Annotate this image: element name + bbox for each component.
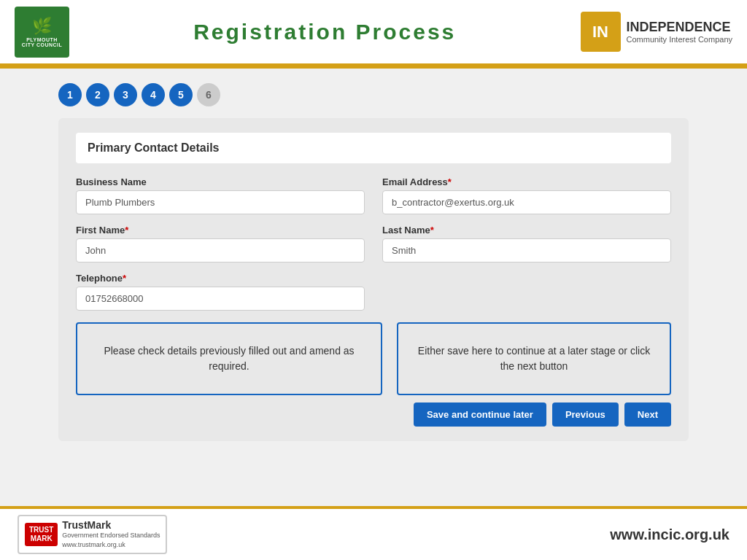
telephone-input[interactable] xyxy=(76,287,365,311)
right-info-box: Either save here to continue at a later … xyxy=(397,322,671,395)
header-right: IN INDEPENDENCE Community Interest Compa… xyxy=(581,12,733,52)
main-content: 1 2 3 4 5 6 Primary Contact Details Busi… xyxy=(0,69,747,506)
telephone-group: Telephone* xyxy=(76,273,365,311)
trustmark-title: TrustMark xyxy=(62,519,160,531)
business-name-label: Business Name xyxy=(76,176,365,187)
business-name-group: Business Name xyxy=(76,176,365,214)
last-name-input[interactable] xyxy=(382,238,671,262)
form-row-2: First Name* Last Name* xyxy=(76,225,671,262)
footer-website: www.incic.org.uk xyxy=(610,526,729,543)
form-card: Primary Contact Details Business Name Em… xyxy=(58,118,689,441)
form-row-1: Business Name Email Address* xyxy=(76,176,671,214)
first-name-label: First Name* xyxy=(76,225,365,236)
page-header: 🌿 PLYMOUTH CITY COUNCIL Registration Pro… xyxy=(0,0,747,66)
step-3[interactable]: 3 xyxy=(114,83,137,106)
telephone-spacer xyxy=(382,273,671,311)
previous-button[interactable]: Previous xyxy=(552,402,619,427)
independence-name: INDEPENDENCE xyxy=(627,20,733,35)
email-label: Email Address* xyxy=(382,176,671,187)
step-4[interactable]: 4 xyxy=(142,83,165,106)
last-name-group: Last Name* xyxy=(382,225,671,262)
action-buttons: Save and continue later Previous Next xyxy=(397,402,671,427)
plymouth-logo: 🌿 PLYMOUTH CITY COUNCIL xyxy=(15,7,69,58)
plymouth-sub: CITY COUNCIL xyxy=(22,42,63,47)
trustmark-badge: TRUSTMARK xyxy=(25,523,58,546)
right-section: Either save here to continue at a later … xyxy=(397,322,671,427)
step-5[interactable]: 5 xyxy=(169,83,193,106)
trustmark-logo: TRUSTMARK TrustMark Government Endorsed … xyxy=(18,515,167,553)
page-title: Registration Process xyxy=(69,20,581,44)
page-footer: TRUSTMARK TrustMark Government Endorsed … xyxy=(0,509,747,560)
form-row-3: Telephone* xyxy=(76,273,671,311)
trustmark-sub: Government Endorsed Standards xyxy=(62,531,160,540)
independence-sub: Community Interest Company xyxy=(627,35,733,44)
left-info-box: Please check details previously filled o… xyxy=(76,322,382,395)
trustmark-info: TrustMark Government Endorsed Standards … xyxy=(62,519,160,549)
independence-text: INDEPENDENCE Community Interest Company xyxy=(627,20,733,44)
next-button[interactable]: Next xyxy=(624,402,671,427)
trustmark-url: www.trustmark.org.uk xyxy=(62,540,160,550)
telephone-label: Telephone* xyxy=(76,273,365,284)
section-title: Primary Contact Details xyxy=(76,133,671,163)
save-continue-button[interactable]: Save and continue later xyxy=(414,402,546,427)
independence-logo: IN INDEPENDENCE Community Interest Compa… xyxy=(581,12,733,52)
plymouth-name: PLYMOUTH xyxy=(26,37,58,42)
email-input[interactable] xyxy=(382,190,671,214)
steps-row: 1 2 3 4 5 6 xyxy=(58,83,689,106)
email-group: Email Address* xyxy=(382,176,671,214)
step-2[interactable]: 2 xyxy=(86,83,109,106)
bottom-row: Please check details previously filled o… xyxy=(76,322,671,427)
last-name-label: Last Name* xyxy=(382,225,671,236)
first-name-group: First Name* xyxy=(76,225,365,262)
step-6[interactable]: 6 xyxy=(197,83,220,106)
plymouth-crest-icon: 🌿 xyxy=(32,17,52,36)
step-1[interactable]: 1 xyxy=(58,83,82,106)
first-name-input[interactable] xyxy=(76,238,365,262)
in-badge: IN xyxy=(581,12,621,52)
business-name-input[interactable] xyxy=(76,190,365,214)
